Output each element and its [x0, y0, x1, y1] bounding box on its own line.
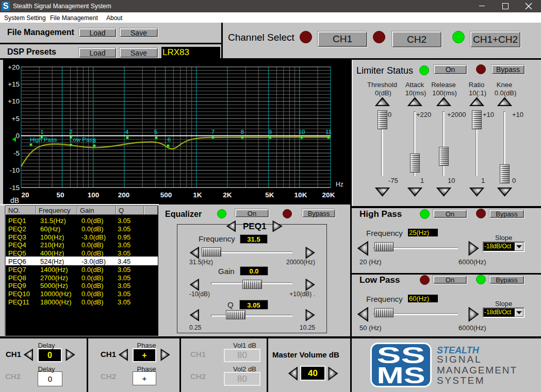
svg-text:4: 4 [125, 129, 129, 135]
svg-text:20K: 20K [322, 191, 335, 199]
svg-text:10: 10 [299, 129, 305, 135]
svg-text:-10: -10 [9, 166, 20, 174]
svg-text:2: 2 [69, 129, 72, 135]
svg-text:5K: 5K [265, 191, 274, 199]
svg-text:8: 8 [241, 129, 244, 135]
svg-text:High Pass: High Pass [30, 137, 57, 143]
svg-text:2K: 2K [223, 191, 232, 199]
svg-text:Hz: Hz [336, 181, 343, 188]
svg-text:0: 0 [15, 132, 20, 140]
svg-text:Low Pass: Low Pass [70, 137, 95, 143]
svg-text:-5: -5 [13, 149, 20, 157]
svg-text:dB: dB [10, 196, 19, 204]
svg-text:+15: +15 [8, 80, 20, 88]
svg-text:+5: +5 [12, 115, 20, 123]
svg-text:100: 100 [88, 191, 100, 199]
svg-text:-15: -15 [9, 184, 20, 192]
svg-text:+20: +20 [8, 63, 20, 71]
svg-text:500: 500 [160, 191, 172, 199]
svg-text:7: 7 [211, 129, 215, 135]
svg-text:1K: 1K [193, 191, 202, 199]
svg-text:50: 50 [56, 191, 64, 199]
svg-text:5: 5 [154, 129, 157, 135]
svg-text:1: 1 [40, 129, 43, 135]
svg-text:11: 11 [325, 129, 332, 135]
svg-text:20: 20 [21, 191, 29, 199]
svg-text:200: 200 [118, 191, 130, 199]
svg-text:10K: 10K [294, 191, 307, 199]
svg-text:9: 9 [269, 129, 272, 135]
svg-text:+10: +10 [8, 97, 20, 105]
svg-text:MS: MS [377, 363, 425, 387]
svg-text:6: 6 [168, 137, 171, 143]
